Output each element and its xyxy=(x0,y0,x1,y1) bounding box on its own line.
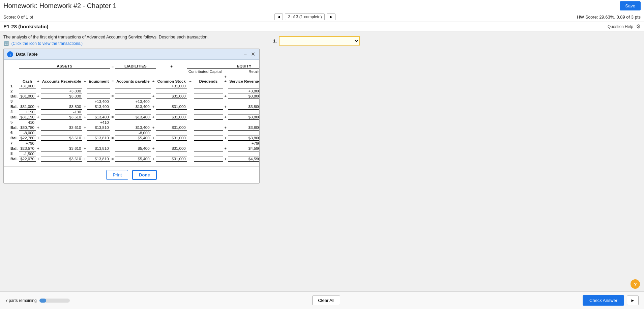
click-transactions-link[interactable]: (Click the icon to view the transactions… xyxy=(11,41,83,46)
print-button[interactable]: Print xyxy=(106,170,128,180)
table-row: 4 +190 -190 xyxy=(9,109,259,115)
empty-cell xyxy=(9,64,19,69)
contributed-capital-header: Contributed Capital xyxy=(187,69,223,74)
cell-div xyxy=(194,141,223,146)
nav-section: ◄ 3 of 3 (1 complete) ► xyxy=(274,13,336,20)
cell-cs: $31,000 xyxy=(156,104,187,109)
cell-equip: $13,400 xyxy=(87,114,110,120)
row-label: Bal. xyxy=(9,146,19,151)
equip-col-header: Equipment xyxy=(87,79,110,84)
table-row: 7 +790 xyxy=(9,141,259,146)
cell-ar: $3,800 xyxy=(41,104,83,109)
cell-cash: $31,000 xyxy=(19,93,36,99)
cell-cash: $31,190 xyxy=(19,114,36,120)
cell-cash: $30,780 xyxy=(19,125,36,130)
table-row: 8 -1,500 xyxy=(9,151,259,157)
cell-sr: +3,800 xyxy=(228,88,259,93)
cell-sr xyxy=(228,130,259,136)
cell-cs xyxy=(156,120,187,125)
cell-div xyxy=(194,104,223,109)
cell-ap xyxy=(115,93,151,99)
cell-div xyxy=(194,114,223,120)
cell-div xyxy=(194,93,223,99)
cell-equip xyxy=(87,151,110,157)
cell-ap: -8,000 xyxy=(115,130,151,136)
cell-cash: +31,000 xyxy=(19,84,36,89)
cell-cs: $31,000 xyxy=(156,146,187,151)
cell-cash: +190 xyxy=(19,109,36,115)
cell-equip: $13,810 xyxy=(87,135,110,141)
cell-equip xyxy=(87,84,110,89)
cell-ap xyxy=(115,109,151,115)
retained-earnings-header: Retained Earnings xyxy=(228,69,259,74)
bal-row: Bal. $23,570 + $3,610 + $13,810 = $5,400… xyxy=(9,146,259,151)
cell-ap: +13,400 xyxy=(115,99,151,104)
hw-score: HW Score: 29.63%, 0.89 of 3 pts xyxy=(577,15,641,20)
cell-ar: $3,610 xyxy=(41,146,83,151)
row-label: Bal. xyxy=(9,125,19,130)
cell-ap xyxy=(115,120,151,125)
cell-cash: $22,780 xyxy=(19,135,36,141)
cell-ap xyxy=(115,88,151,93)
plus-h2: + xyxy=(82,79,87,84)
left-panel: The analysis of the first eight transact… xyxy=(3,35,266,184)
cell-cash xyxy=(19,88,36,93)
cs-col-header: Common Stock xyxy=(156,79,187,84)
answer-dropdown[interactable] xyxy=(279,36,360,46)
bottom-spacer xyxy=(0,187,644,207)
cell-cs xyxy=(156,130,187,136)
cell-cs xyxy=(156,151,187,157)
sub-header-row2: + xyxy=(9,74,259,79)
done-button[interactable]: Done xyxy=(132,170,157,180)
cell-ar xyxy=(41,130,83,136)
plus-h3: + xyxy=(151,79,156,84)
eq-h: = xyxy=(110,79,115,84)
row-label: 6 xyxy=(9,130,19,136)
cell-equip xyxy=(87,141,110,146)
row-label: 7 xyxy=(9,141,19,146)
liabilities-header: LIABILITIES xyxy=(115,64,156,69)
cell-sr xyxy=(228,120,259,125)
modal-minimize-button[interactable]: − xyxy=(243,51,247,57)
cell-sr xyxy=(228,109,259,115)
cell-cs: $31,000 xyxy=(156,125,187,130)
score-label: Score: 0 of 1 pt xyxy=(3,15,33,20)
bal-row: Bal. $31,000 + $3,800 = + $31,000 xyxy=(9,93,259,99)
modal-close-button[interactable]: ✕ xyxy=(250,51,256,57)
cell-ap: $5,400 xyxy=(115,156,151,162)
cell-ap xyxy=(115,84,151,89)
cell-sr xyxy=(228,151,259,157)
plus-h4: + xyxy=(223,79,228,84)
cell-cash: $31,000 xyxy=(19,104,36,109)
eq-sign: = xyxy=(110,64,115,69)
cell-div xyxy=(194,120,223,125)
cell-ap: $13,400 xyxy=(115,104,151,109)
table-body: 1 +31,000 +31,000 xyxy=(9,84,259,162)
cash-col-header: Cash xyxy=(19,79,36,84)
row-label: Bal. xyxy=(9,135,19,141)
table-icon: 🔢 xyxy=(3,41,9,46)
cell-ar: -190 xyxy=(41,109,83,115)
bal-row: Bal. $22,780 + $3,610 + $13,810 = $5,400… xyxy=(9,135,259,141)
cell-cs xyxy=(156,109,187,115)
cell-div xyxy=(194,146,223,151)
sub-header-row1: Contributed Capital Retained Earnings xyxy=(9,69,259,74)
bal-row: Bal. $31,000 + $3,800 + $13,400 = $13,40… xyxy=(9,104,259,109)
cell-ar: $3,610 xyxy=(41,156,83,162)
page-title: Homework: Homework #2 - Chapter 1 xyxy=(3,2,117,10)
modal-controls: − ✕ xyxy=(243,51,256,57)
final-bal-row: Bal. $22,070 + $3,610 + $13,810 = $5,400… xyxy=(9,156,259,162)
cell-ap: $13,400 xyxy=(115,114,151,120)
cell-sr xyxy=(228,99,259,104)
save-button[interactable]: Save xyxy=(620,1,641,10)
cell-equip xyxy=(87,88,110,93)
col-header-row: Cash + Accounts Receivable + Equipment =… xyxy=(9,79,259,84)
row-label: Bal. xyxy=(9,93,19,99)
table-row: 3 +13,400 +13,400 xyxy=(9,99,259,104)
gear-icon[interactable]: ⚙ xyxy=(636,23,641,30)
cell-cs: $31,000 xyxy=(156,156,187,162)
question-help-section: Question Help ⚙ xyxy=(608,23,641,30)
nav-dropdown[interactable]: 3 of 3 (1 complete) xyxy=(285,13,325,20)
nav-next-button[interactable]: ► xyxy=(327,13,335,20)
nav-prev-button[interactable]: ◄ xyxy=(274,13,283,20)
